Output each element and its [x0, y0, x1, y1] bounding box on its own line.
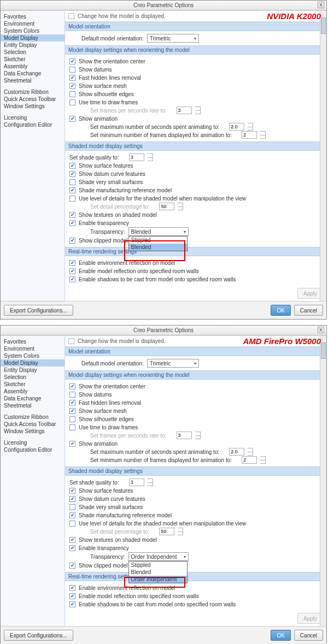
checkbox[interactable]	[69, 187, 75, 193]
checkbox[interactable]	[69, 268, 75, 274]
orientation-select[interactable]: Trimetric▾	[147, 359, 199, 368]
sidebar-item[interactable]: Environment	[1, 345, 65, 352]
scrollbar-thumb[interactable]	[321, 342, 326, 359]
cancel-button[interactable]: Cancel	[294, 305, 323, 316]
checkbox[interactable]	[69, 563, 75, 569]
export-config-button[interactable]: Export Configurations...	[4, 630, 73, 641]
checkbox[interactable]	[69, 545, 75, 551]
sidebar-item[interactable]: Favorites	[1, 13, 65, 20]
number-input[interactable]	[229, 448, 244, 456]
sidebar-item[interactable]: Sheetmetal	[1, 402, 65, 409]
checkbox[interactable]	[69, 400, 75, 406]
sidebar-item[interactable]: Configuration Editor	[1, 121, 65, 128]
checkbox[interactable]	[69, 238, 75, 244]
checkbox[interactable]	[69, 196, 75, 202]
number-input[interactable]	[229, 123, 244, 131]
sidebar-item[interactable]: Configuration Editor	[1, 446, 65, 453]
transparency-dropdown[interactable]: StippledBlendedOrder Independent	[128, 561, 188, 583]
checkbox[interactable]	[69, 91, 75, 97]
transparency-dropdown[interactable]: StippledBlended	[128, 236, 188, 251]
change-display-checkbox[interactable]	[68, 13, 74, 19]
sidebar-item[interactable]: Model Display	[1, 359, 65, 367]
sidebar-item[interactable]: Window Settings	[1, 428, 65, 435]
sidebar-item[interactable]: Favorites	[1, 338, 65, 345]
dropdown-item[interactable]: Blended	[129, 569, 187, 576]
dropdown-item[interactable]: Blended	[129, 244, 187, 251]
checkbox[interactable]	[69, 260, 75, 266]
spinner[interactable]	[260, 456, 266, 464]
checkbox[interactable]	[69, 116, 75, 122]
sidebar-item[interactable]: Selection	[1, 49, 65, 56]
checkbox[interactable]	[69, 212, 75, 218]
checkbox[interactable]	[69, 424, 75, 430]
scrollbar-thumb[interactable]	[321, 17, 326, 34]
dropdown-item[interactable]: Stippled	[129, 562, 187, 569]
checkbox[interactable]	[69, 179, 75, 185]
number-input[interactable]	[129, 153, 144, 161]
spinner[interactable]	[248, 448, 253, 456]
sidebar-item[interactable]: Data Exchange	[1, 395, 65, 402]
sidebar-item[interactable]: Assembly	[1, 388, 65, 395]
number-input[interactable]	[242, 456, 257, 464]
checkbox[interactable]	[69, 83, 75, 89]
sidebar-item[interactable]: Sketcher	[1, 381, 65, 388]
sidebar-item[interactable]: System Colors	[1, 352, 65, 359]
checkbox[interactable]	[69, 67, 75, 73]
sidebar-item[interactable]: Sheetmetal	[1, 77, 65, 84]
checkbox[interactable]	[69, 276, 75, 282]
scrollbar[interactable]	[320, 336, 326, 626]
checkbox[interactable]	[69, 521, 75, 527]
checkbox[interactable]	[69, 220, 75, 226]
sidebar-item[interactable]: System Colors	[1, 27, 65, 34]
spinner[interactable]	[148, 478, 153, 486]
checkbox[interactable]	[69, 585, 75, 591]
checkbox[interactable]	[69, 416, 75, 422]
apply-button[interactable]: Apply	[297, 288, 323, 299]
sidebar-item[interactable]: Environment	[1, 20, 65, 27]
sidebar-item[interactable]: Quick Access Toolbar	[1, 96, 65, 103]
checkbox[interactable]	[69, 601, 75, 607]
checkbox[interactable]	[69, 392, 75, 398]
sidebar-item[interactable]: Customize Ribbon	[1, 413, 65, 421]
dropdown-item[interactable]: Stippled	[129, 237, 187, 244]
sidebar-item[interactable]: Data Exchange	[1, 70, 65, 77]
sidebar-item[interactable]: Entity Display	[1, 367, 65, 374]
spinner[interactable]	[148, 153, 153, 161]
sidebar-item[interactable]: Licensing	[1, 114, 65, 121]
number-input[interactable]	[129, 478, 144, 486]
checkbox[interactable]	[69, 58, 75, 64]
ok-button[interactable]: OK	[271, 305, 290, 316]
sidebar-item[interactable]: Licensing	[1, 439, 65, 446]
apply-button[interactable]: Apply	[297, 613, 323, 624]
close-icon[interactable]: X	[318, 2, 324, 8]
scrollbar[interactable]	[320, 11, 326, 301]
spinner[interactable]	[260, 131, 266, 139]
spinner[interactable]	[248, 123, 253, 131]
checkbox[interactable]	[69, 383, 75, 389]
checkbox[interactable]	[69, 496, 75, 502]
checkbox[interactable]	[69, 504, 75, 510]
number-input[interactable]	[242, 131, 257, 139]
change-display-checkbox[interactable]	[68, 338, 74, 344]
checkbox[interactable]	[69, 488, 75, 494]
checkbox[interactable]	[69, 593, 75, 599]
transparency-select[interactable]: Order Independent▾StippledBlendedOrder I…	[128, 552, 189, 561]
sidebar-item[interactable]: Assembly	[1, 63, 65, 70]
checkbox[interactable]	[69, 512, 75, 518]
sidebar-item[interactable]: Window Settings	[1, 103, 65, 110]
sidebar-item[interactable]: Model Display	[1, 34, 65, 42]
sidebar-item[interactable]: Quick Access Toolbar	[1, 421, 65, 428]
close-icon[interactable]: X	[318, 327, 324, 333]
sidebar-item[interactable]: Selection	[1, 374, 65, 381]
sidebar-item[interactable]: Sketcher	[1, 56, 65, 63]
checkbox[interactable]	[69, 171, 75, 177]
export-config-button[interactable]: Export Configurations...	[4, 305, 73, 316]
transparency-select[interactable]: Blended▾StippledBlended	[128, 227, 189, 236]
checkbox[interactable]	[69, 408, 75, 414]
checkbox[interactable]	[69, 99, 75, 105]
sidebar-item[interactable]: Customize Ribbon	[1, 88, 65, 96]
checkbox[interactable]	[69, 163, 75, 169]
ok-button[interactable]: OK	[271, 630, 290, 641]
cancel-button[interactable]: Cancel	[294, 630, 323, 641]
checkbox[interactable]	[69, 75, 75, 81]
